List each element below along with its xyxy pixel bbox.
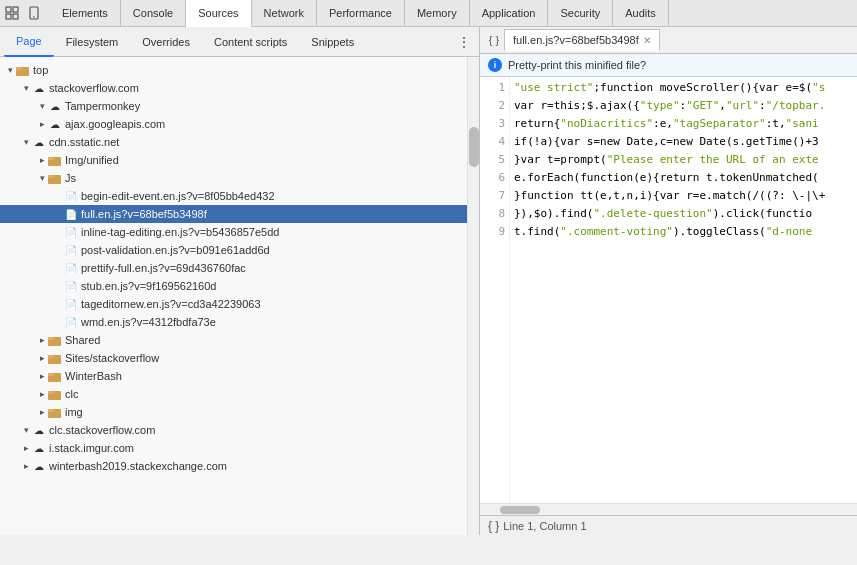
tab-content-scripts[interactable]: Content scripts — [202, 27, 299, 57]
tree-item-winterbash2019[interactable]: ☁ winterbash2019.stackexchange.com — [0, 457, 467, 475]
cloud-icon-ajax: ☁ — [48, 117, 62, 131]
cursor-position: Line 1, Column 1 — [503, 520, 586, 532]
chevron-tagedit — [52, 298, 64, 310]
horizontal-scrollbar-thumb[interactable] — [500, 506, 540, 514]
tree-item-ajax[interactable]: ☁ ajax.googleapis.com — [0, 115, 467, 133]
tab-console[interactable]: Console — [121, 0, 186, 27]
chevron-wmd — [52, 316, 64, 328]
tab-page[interactable]: Page — [4, 27, 54, 57]
close-tab-button[interactable]: ✕ — [643, 35, 651, 46]
cloud-icon-stackoverflow: ☁ — [32, 81, 46, 95]
code-line-9: t.find(".comment-voting").toggleClass("d… — [514, 223, 853, 241]
file-icon-prettify: 📄 — [64, 261, 78, 275]
tab-network[interactable]: Network — [252, 0, 317, 27]
pretty-print-banner: i Pretty-print this minified file? — [480, 54, 857, 77]
tab-application[interactable]: Application — [470, 0, 549, 27]
tree-item-clc[interactable]: clc — [0, 385, 467, 403]
tree-item-prettify[interactable]: 📄 prettify-full.en.js?v=69d436760fac — [0, 259, 467, 277]
horizontal-scrollbar[interactable] — [480, 503, 857, 515]
chevron-clc — [36, 388, 48, 400]
file-icon-begin: 📄 — [64, 189, 78, 203]
chevron-cdn — [20, 136, 32, 148]
svg-rect-2 — [6, 14, 11, 19]
chevron-img2 — [36, 406, 48, 418]
folder-icon-clc — [48, 387, 62, 401]
code-file-tab[interactable]: full.en.js?v=68bef5b3498f ✕ — [504, 29, 660, 51]
chevron-img — [36, 154, 48, 166]
tree-item-img-unified[interactable]: Img/unified — [0, 151, 467, 169]
tree-item-js-folder[interactable]: Js — [0, 169, 467, 187]
tab-security[interactable]: Security — [548, 0, 613, 27]
svg-rect-9 — [48, 157, 54, 160]
code-line-7: }function tt(e,t,n,i){var r=e.match(/((?… — [514, 187, 853, 205]
tab-overrides[interactable]: Overrides — [130, 27, 202, 57]
tab-performance[interactable]: Performance — [317, 0, 405, 27]
mobile-icon[interactable] — [26, 5, 42, 21]
inspect-icon[interactable] — [4, 5, 20, 21]
folder-icon-winterbash — [48, 369, 62, 383]
tree-item-stackoverflow[interactable]: ☁ stackoverflow.com — [0, 79, 467, 97]
folder-icon-js — [48, 171, 62, 185]
chevron-js — [36, 172, 48, 184]
chevron-full — [52, 208, 64, 220]
info-icon: i — [488, 58, 502, 72]
svg-rect-13 — [48, 337, 54, 340]
status-bar: { } Line 1, Column 1 — [480, 515, 857, 535]
tree-item-begin-edit[interactable]: 📄 begin-edit-event.en.js?v=8f05bb4ed432 — [0, 187, 467, 205]
file-icon-inline: 📄 — [64, 225, 78, 239]
tree-item-top[interactable]: top — [0, 61, 467, 79]
tree-item-stub[interactable]: 📄 stub.en.js?v=9f169562160d — [0, 277, 467, 295]
tree-item-sites[interactable]: Sites/stackoverflow — [0, 349, 467, 367]
sources-subtabs: Page Filesystem Overrides Content script… — [0, 27, 479, 57]
tree-item-img[interactable]: img — [0, 403, 467, 421]
tab-memory[interactable]: Memory — [405, 0, 470, 27]
svg-rect-11 — [48, 175, 54, 178]
file-icon-wmd: 📄 — [64, 315, 78, 329]
chevron-wb2019 — [20, 460, 32, 472]
tree-scrollbar[interactable] — [467, 57, 479, 535]
file-icon-stub: 📄 — [64, 279, 78, 293]
tab-sources[interactable]: Sources — [186, 0, 251, 27]
code-tab-bar: { } full.en.js?v=68bef5b3498f ✕ — [480, 27, 857, 54]
tree-scrollbar-thumb[interactable] — [469, 127, 479, 167]
tree-item-tampermonkey[interactable]: ☁ Tampermonkey — [0, 97, 467, 115]
chevron-ajax — [36, 118, 48, 130]
code-line-2: var r=this;$.ajax({"type":"GET","url":"/… — [514, 97, 853, 115]
svg-rect-19 — [48, 391, 54, 394]
svg-point-5 — [33, 16, 35, 18]
tree-item-full-en[interactable]: 📄 full.en.js?v=68bef5b3498f — [0, 205, 467, 223]
chevron-winterbash — [36, 370, 48, 382]
tree-item-cdn[interactable]: ☁ cdn.sstatic.net — [0, 133, 467, 151]
tree-item-inline-tag[interactable]: 📄 inline-tag-editing.en.js?v=b5436857e5d… — [0, 223, 467, 241]
tree-item-tageditornew[interactable]: 📄 tageditornew.en.js?v=cd3a42239063 — [0, 295, 467, 313]
cloud-icon-imgur: ☁ — [32, 441, 46, 455]
folder-icon-img — [48, 153, 62, 167]
code-text-area[interactable]: "use strict";function moveScroller(){var… — [510, 77, 857, 503]
folder-icon-img2 — [48, 405, 62, 419]
file-icon-tagedit: 📄 — [64, 297, 78, 311]
code-content: 1 2 3 4 5 6 7 8 9 "use strict";function … — [480, 77, 857, 503]
tree-item-clc-so[interactable]: ☁ clc.stackoverflow.com — [0, 421, 467, 439]
tab-audits[interactable]: Audits — [613, 0, 669, 27]
tab-filesystem[interactable]: Filesystem — [54, 27, 131, 57]
chevron-prettify — [52, 262, 64, 274]
tree-item-wmd[interactable]: 📄 wmd.en.js?v=4312fbdfa73e — [0, 313, 467, 331]
tab-snippets[interactable]: Snippets — [299, 27, 366, 57]
devtools-icons — [4, 5, 50, 21]
pretty-print-text: Pretty-print this minified file? — [508, 59, 646, 71]
tree-item-shared[interactable]: Shared — [0, 331, 467, 349]
code-line-1: "use strict";function moveScroller(){var… — [514, 79, 853, 97]
tree-item-imgur[interactable]: ☁ i.stack.imgur.com — [0, 439, 467, 457]
folder-icon-sites — [48, 351, 62, 365]
file-icon-post: 📄 — [64, 243, 78, 257]
tab-elements[interactable]: Elements — [50, 0, 121, 27]
svg-rect-1 — [13, 7, 18, 12]
pretty-print-button[interactable]: { } — [484, 30, 504, 50]
chevron-tampermonkey — [36, 100, 48, 112]
tree-item-winterbash[interactable]: WinterBash — [0, 367, 467, 385]
tree-item-post-validation[interactable]: 📄 post-validation.en.js?v=b091e61add6d — [0, 241, 467, 259]
code-line-5: }var t=prompt("Please enter the URL of a… — [514, 151, 853, 169]
folder-icon-top — [16, 63, 30, 77]
line-numbers: 1 2 3 4 5 6 7 8 9 — [480, 77, 510, 503]
more-tabs-button[interactable]: ⋮ — [449, 34, 479, 50]
